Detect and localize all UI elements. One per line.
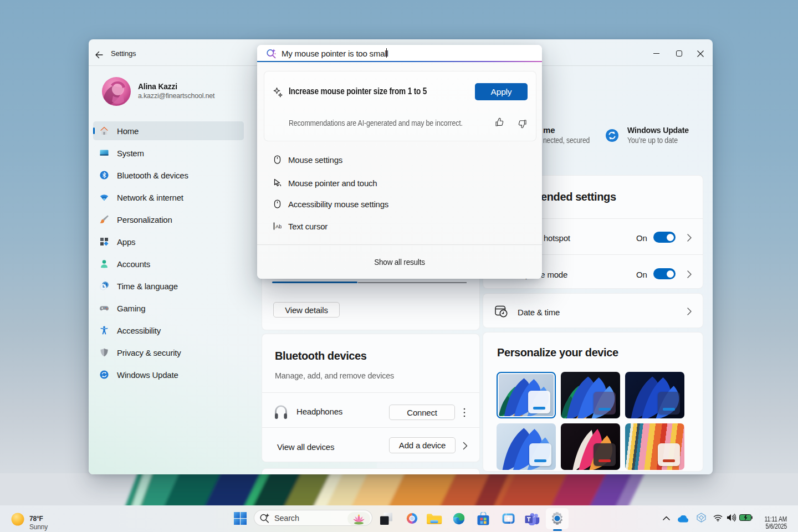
svg-text:Ab: Ab bbox=[275, 223, 282, 229]
